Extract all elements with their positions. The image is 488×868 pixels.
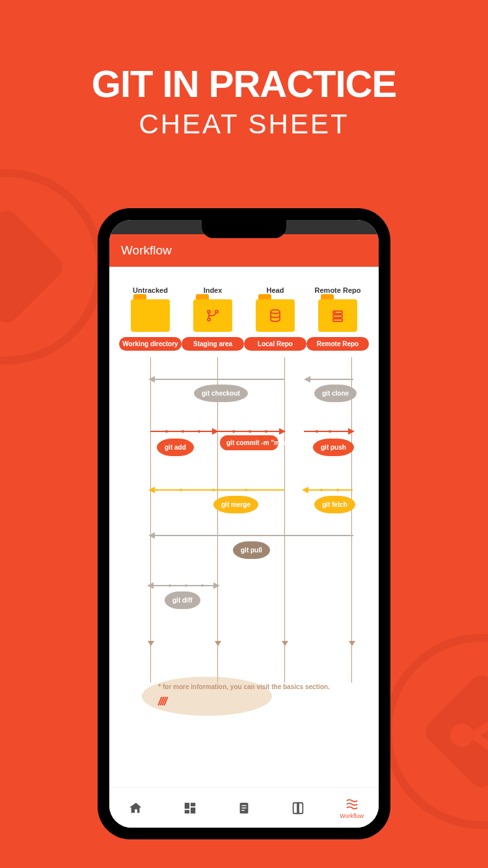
svg-marker-46 <box>213 582 220 589</box>
column-working: Untracked Working directory <box>119 286 182 351</box>
arrow-left-icon <box>148 486 285 494</box>
column-label: Remote Repo <box>306 286 369 294</box>
git-add: git add <box>157 439 194 456</box>
nav-workflow[interactable]: Workflow <box>325 788 379 828</box>
svg-point-35 <box>180 489 182 491</box>
phone-frame: Workflow Untracked Working directory Ind… <box>98 208 390 839</box>
svg-rect-13 <box>333 319 342 321</box>
svg-rect-51 <box>191 802 195 806</box>
svg-marker-30 <box>348 428 355 435</box>
workflow-columns: Untracked Working directory Index Stagin… <box>109 267 379 351</box>
svg-rect-53 <box>185 809 189 813</box>
svg-rect-1 <box>0 206 67 328</box>
git-checkout: git checkout <box>194 385 248 402</box>
svg-point-37 <box>245 489 247 491</box>
folder-icon <box>256 299 295 332</box>
app-bar-title: Workflow <box>121 243 172 257</box>
column-remote: Remote Repo Remote Repo <box>306 286 369 351</box>
main-title: GIT IN PRACTICE <box>0 62 488 105</box>
nav-docs[interactable] <box>217 788 271 828</box>
column-label: Index <box>182 286 244 294</box>
nav-home[interactable] <box>109 788 163 828</box>
svg-marker-34 <box>148 487 155 493</box>
vertical-line <box>217 357 218 683</box>
arrow-left-icon <box>148 375 285 383</box>
subtitle: CHEAT SHEET <box>0 109 488 140</box>
svg-point-47 <box>169 584 171 587</box>
column-staging: Index Staging area <box>182 286 244 351</box>
app-bar: Workflow <box>109 234 379 267</box>
git-fetch: git fetch <box>314 496 355 513</box>
svg-point-22 <box>182 430 184 433</box>
svg-point-48 <box>185 584 187 587</box>
svg-marker-18 <box>304 376 310 383</box>
svg-point-6 <box>450 724 474 747</box>
svg-marker-43 <box>148 532 155 539</box>
git-merge: git merge <box>213 496 258 513</box>
column-label: Untracked <box>119 286 182 294</box>
footer-note: * for more information, you can visit th… <box>135 680 353 709</box>
arrow-bidir-icon <box>147 582 220 590</box>
arrow-right-icon <box>150 427 219 435</box>
svg-rect-52 <box>191 807 195 813</box>
column-label: Head <box>244 286 306 294</box>
note-text: * for more information, you can visit th… <box>158 683 329 690</box>
svg-rect-12 <box>333 315 342 318</box>
svg-point-40 <box>320 489 323 491</box>
git-commit: git commit -m "message" <box>220 435 278 450</box>
phone-screen: Workflow Untracked Working directory Ind… <box>109 220 379 828</box>
svg-marker-16 <box>148 376 155 383</box>
svg-point-32 <box>329 430 331 433</box>
svg-point-10 <box>271 310 280 314</box>
folder-icon <box>318 299 357 332</box>
nav-label: Workflow <box>340 813 364 819</box>
svg-point-14 <box>335 312 336 313</box>
svg-point-41 <box>336 489 339 491</box>
svg-marker-39 <box>302 487 308 493</box>
arrow-left-icon <box>302 486 353 494</box>
svg-rect-57 <box>241 809 245 810</box>
svg-marker-25 <box>279 428 286 435</box>
svg-point-49 <box>201 584 204 587</box>
svg-rect-55 <box>241 805 246 806</box>
svg-point-8 <box>208 310 210 313</box>
arrow-left-icon <box>304 375 353 383</box>
svg-point-31 <box>316 430 318 433</box>
vertical-line <box>150 357 151 683</box>
vertical-line <box>284 357 285 683</box>
app-content[interactable]: Untracked Working directory Index Stagin… <box>109 267 379 800</box>
svg-point-21 <box>165 430 168 433</box>
svg-rect-56 <box>241 807 246 808</box>
column-badge: Working directory <box>119 337 182 351</box>
folder-icon <box>131 299 170 332</box>
phone-notch <box>202 220 286 238</box>
svg-rect-50 <box>185 802 189 808</box>
column-badge: Local Repo <box>244 337 306 351</box>
nav-book[interactable] <box>271 788 325 828</box>
git-push: git push <box>313 439 354 456</box>
svg-point-36 <box>212 489 215 491</box>
svg-point-9 <box>215 310 218 313</box>
git-pull: git pull <box>233 541 270 559</box>
nav-dashboard[interactable] <box>163 788 217 828</box>
svg-marker-45 <box>147 582 154 589</box>
svg-point-7 <box>208 318 210 321</box>
git-clone: git clone <box>314 385 357 402</box>
page-header: GIT IN PRACTICE CHEAT SHEET <box>0 0 488 140</box>
svg-point-26 <box>232 430 235 433</box>
svg-point-27 <box>249 430 251 433</box>
folder-icon <box>193 299 232 332</box>
decorative-marks: //// <box>135 695 353 709</box>
bottom-nav: Workflow <box>109 787 379 828</box>
vertical-line <box>351 357 352 683</box>
svg-point-23 <box>198 430 200 433</box>
column-badge: Staging area <box>182 337 244 351</box>
column-badge: Remote Repo <box>306 337 369 351</box>
column-local: Head Local Repo <box>244 286 306 351</box>
git-diff: git diff <box>165 591 200 609</box>
arrow-right-icon <box>217 427 286 435</box>
svg-point-28 <box>265 430 267 433</box>
arrow-left-icon <box>148 532 353 539</box>
arrow-right-icon <box>304 427 355 435</box>
workflow-diagram: git checkout git clone git add git commi… <box>109 357 379 722</box>
